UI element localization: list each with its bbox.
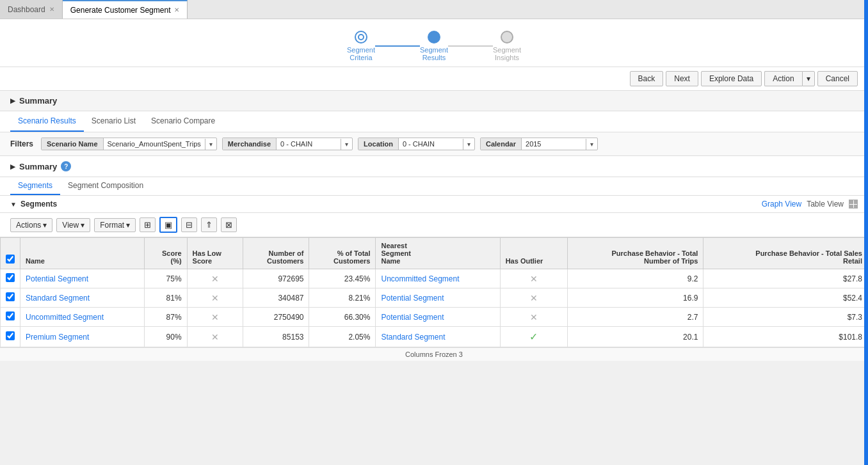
row-has-low-score-3: ✕ <box>187 327 243 347</box>
row-has-low-score-2: ✕ <box>187 308 243 327</box>
tab-dashboard[interactable]: Dashboard ✕ <box>0 0 63 19</box>
table-view-button[interactable]: Table View <box>807 200 844 209</box>
table-container: Segments Graph View Table View Actions ▾ <box>0 196 868 361</box>
move-icon-button[interactable]: ⇑ <box>201 217 217 232</box>
filter-scenario-name-label: Scenario Name <box>42 138 103 150</box>
filter-scenario-name-arrow[interactable]: ▾ <box>205 139 216 150</box>
tab-generate-segment-close[interactable]: ✕ <box>174 6 179 13</box>
filter-scenario-name: Scenario Name Scenario_AmountSpent_Trips… <box>41 138 217 150</box>
row-purchase-trips-1: 16.9 <box>568 288 703 308</box>
action-bar: Back Next Explore Data Action ▾ Cancel <box>0 67 868 91</box>
row-name-link-0[interactable]: Potential Segment <box>26 274 88 283</box>
segments-tab-segments[interactable]: Segments <box>10 177 60 195</box>
row-checkbox-3[interactable] <box>6 331 15 340</box>
select-all-checkbox[interactable] <box>6 255 15 264</box>
step-results[interactable]: SegmentResults <box>420 31 448 61</box>
view-button[interactable]: View ▾ <box>56 218 90 232</box>
move-icon: ⇑ <box>205 220 213 230</box>
actions-button[interactable]: Actions ▾ <box>10 218 52 232</box>
main-content: SegmentCriteria SegmentResults SegmentIn… <box>0 19 868 361</box>
step-criteria-label: SegmentCriteria <box>347 46 375 61</box>
row-name-1: Standard Segment <box>20 288 145 308</box>
tab-dashboard-close[interactable]: ✕ <box>49 6 54 13</box>
col-header-pct-customers: % of TotalCustomers <box>309 238 376 269</box>
table-section-title: Segments <box>10 200 57 209</box>
table-row: Premium Segment 90% ✕ 85153 2.05% Standa… <box>1 327 868 347</box>
segments-tabs: Segments Segment Composition <box>0 177 868 196</box>
row-num-customers-0: 972695 <box>243 269 309 288</box>
x-mark-icon: ✕ <box>211 332 219 342</box>
x-mark-icon: ✕ <box>211 293 219 303</box>
row-purchase-sales-1: $52.4 <box>703 288 868 308</box>
inner-summary-title: Summary <box>19 162 57 171</box>
frozen-bar: Columns Frozen 3 <box>0 347 868 361</box>
row-nearest-segment-link-0[interactable]: Uncommitted Segment <box>381 274 459 283</box>
help-icon[interactable]: ? <box>61 161 71 171</box>
step-insights-label: SegmentInsights <box>493 46 521 61</box>
row-num-customers-3: 85153 <box>243 327 309 347</box>
row-checkbox-2[interactable] <box>6 311 15 320</box>
summary-section: ▶ Summary <box>0 91 868 111</box>
format-button[interactable]: Format ▾ <box>94 218 136 232</box>
row-checkbox-cell <box>1 269 20 288</box>
step-results-circle <box>428 31 440 43</box>
x-mark-icon: ✕ <box>211 274 219 284</box>
filter-icon-button[interactable]: ⊟ <box>181 217 197 232</box>
row-purchase-trips-3: 20.1 <box>568 327 703 347</box>
row-checkbox-1[interactable] <box>6 292 15 301</box>
export-icon-button[interactable]: ⊞ <box>140 217 156 232</box>
filter-location-label: Location <box>358 138 399 150</box>
row-num-customers-1: 340487 <box>243 288 309 308</box>
check-mark-icon: ✓ <box>529 331 538 342</box>
summary-arrow-icon: ▶ <box>10 97 15 104</box>
row-purchase-trips-2: 2.7 <box>568 308 703 327</box>
columns-icon-button[interactable]: ⊠ <box>221 217 237 232</box>
filter-calendar-arrow[interactable]: ▾ <box>586 139 597 150</box>
row-name-link-2[interactable]: Uncommitted Segment <box>26 313 104 322</box>
step-insights[interactable]: SegmentInsights <box>493 31 521 61</box>
sub-tab-scenario-results[interactable]: Scenario Results <box>10 111 84 132</box>
row-nearest-segment-link-2[interactable]: Potential Segment <box>381 313 444 322</box>
col-header-purchase-trips: Purchase Behavior - TotalNumber of Trips <box>568 238 703 269</box>
grid-view-icon[interactable] <box>849 200 858 209</box>
tab-generate-segment-label: Generate Customer Segment <box>70 6 171 15</box>
action-dropdown-arrow[interactable]: ▾ <box>802 71 815 86</box>
step-criteria[interactable]: SegmentCriteria <box>347 31 375 61</box>
back-button[interactable]: Back <box>630 71 664 86</box>
filter-scenario-name-value: Scenario_AmountSpent_Trips <box>104 138 205 150</box>
sub-tab-scenario-list[interactable]: Scenario List <box>84 111 143 132</box>
row-name-link-1[interactable]: Standard Segment <box>26 294 90 303</box>
step-criteria-circle <box>355 31 367 43</box>
format-arrow-icon: ▾ <box>126 221 130 230</box>
row-nearest-segment-link-3[interactable]: Standard Segment <box>381 333 445 342</box>
action-button[interactable]: Action <box>764 71 801 86</box>
table-view-buttons: Graph View Table View <box>762 200 858 209</box>
filter-location-arrow[interactable]: ▾ <box>463 139 474 150</box>
tab-generate-segment[interactable]: Generate Customer Segment ✕ <box>63 0 188 19</box>
row-score-1: 81% <box>145 288 187 308</box>
row-has-outlier-0: ✕ <box>500 269 568 288</box>
explore-data-button[interactable]: Explore Data <box>701 71 762 86</box>
segments-tab-composition[interactable]: Segment Composition <box>60 177 151 195</box>
view-mode-icon-button[interactable]: ▣ <box>159 217 177 233</box>
cancel-button[interactable]: Cancel <box>817 71 858 86</box>
row-purchase-sales-0: $27.8 <box>703 269 868 288</box>
wizard-steps: SegmentCriteria SegmentResults SegmentIn… <box>0 26 868 67</box>
row-name-link-3[interactable]: Premium Segment <box>26 333 89 342</box>
graph-view-button[interactable]: Graph View <box>762 200 801 209</box>
row-nearest-segment-link-1[interactable]: Potential Segment <box>381 294 444 303</box>
row-name-3: Premium Segment <box>20 327 145 347</box>
filter-calendar-value: 2015 <box>522 138 586 150</box>
table-row: Standard Segment 81% ✕ 340487 8.21% Pote… <box>1 288 868 308</box>
filter-merchandise-arrow[interactable]: ▾ <box>341 139 352 150</box>
row-checkbox-0[interactable] <box>6 273 15 282</box>
step-connector-2 <box>448 45 493 47</box>
sub-tab-scenario-compare[interactable]: Scenario Compare <box>143 111 223 132</box>
table-row: Potential Segment 75% ✕ 972695 23.45% Un… <box>1 269 868 288</box>
row-pct-customers-2: 66.30% <box>309 308 376 327</box>
next-button[interactable]: Next <box>666 71 698 86</box>
row-pct-customers-0: 23.45% <box>309 269 376 288</box>
x-mark-icon: ✕ <box>211 312 219 322</box>
row-nearest-segment-0: Uncommitted Segment <box>376 269 500 288</box>
summary-header[interactable]: ▶ Summary <box>0 91 868 111</box>
